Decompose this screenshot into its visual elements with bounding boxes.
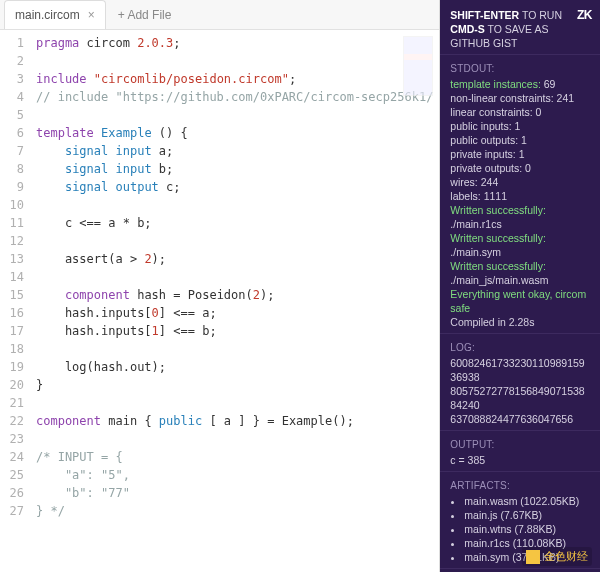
log-section: LOG: 6008246173323011098915936938 805752… <box>440 334 600 431</box>
output-value: c = 385 <box>450 453 590 467</box>
stdout-line: Written successfully: ./main.sym <box>450 231 590 259</box>
code-line[interactable]: c <== a * b; <box>36 214 433 232</box>
code-line[interactable]: assert(a > 2); <box>36 250 433 268</box>
log-line: 637088824477636047656 <box>450 412 590 426</box>
code-line[interactable]: log(hash.out); <box>36 358 433 376</box>
output-section: OUTPUT: c = 385 <box>440 431 600 472</box>
stdout-line: Written successfully: ./main.r1cs <box>450 203 590 231</box>
file-tab-label: main.circom <box>15 8 80 22</box>
output-panel: ZK SHIFT-ENTER TO RUN CMD-S TO SAVE AS G… <box>440 0 600 572</box>
stdout-line: linear constraints: 0 <box>450 105 590 119</box>
code-line[interactable] <box>36 394 433 412</box>
code-line[interactable]: hash.inputs[1] <== b; <box>36 322 433 340</box>
code-line[interactable] <box>36 106 433 124</box>
code-line[interactable] <box>36 268 433 286</box>
output-head: OUTPUT: <box>450 439 590 450</box>
code-line[interactable] <box>36 430 433 448</box>
stdout-line: non-linear constraints: 241 <box>450 91 590 105</box>
watermark-text: 金色财经 <box>544 549 588 564</box>
log-line: 6008246173323011098915936938 <box>450 356 590 384</box>
stdout-line: labels: 1111 <box>450 189 590 203</box>
artifact-item[interactable]: main.wasm (1022.05KB) <box>464 494 590 508</box>
line-gutter: 1234567891011121314151617181920212223242… <box>0 30 30 572</box>
code-line[interactable] <box>36 196 433 214</box>
minimap[interactable] <box>403 36 433 96</box>
code-line[interactable]: include "circomlib/poseidon.circom"; <box>36 70 433 88</box>
stdout-line: public inputs: 1 <box>450 119 590 133</box>
stdout-line: Everything went okay, circom safe <box>450 287 590 315</box>
code-line[interactable]: signal input a; <box>36 142 433 160</box>
code-content[interactable]: pragma circom 2.0.3; include "circomlib/… <box>30 30 439 572</box>
code-line[interactable]: } <box>36 376 433 394</box>
close-icon[interactable]: × <box>88 8 95 22</box>
stdout-line: public outputs: 1 <box>450 133 590 147</box>
code-line[interactable]: "a": "5", <box>36 466 433 484</box>
code-line[interactable]: // include "https://github.com/0xPARC/ci… <box>36 88 433 106</box>
stdout-line: wires: 244 <box>450 175 590 189</box>
code-line[interactable]: signal input b; <box>36 160 433 178</box>
stdout-line: ./main_js/main.wasm <box>450 273 590 287</box>
stdout-line: private inputs: 1 <box>450 147 590 161</box>
log-line: 8057527277815684907153884240 <box>450 384 590 412</box>
code-line[interactable] <box>36 340 433 358</box>
code-line[interactable] <box>36 232 433 250</box>
shortcut-run: SHIFT-ENTER <box>450 9 519 21</box>
watermark-icon <box>526 550 540 564</box>
code-line[interactable]: pragma circom 2.0.3; <box>36 34 433 52</box>
code-line[interactable]: template Example () { <box>36 124 433 142</box>
artifacts-head: ARTIFACTS: <box>450 480 590 491</box>
file-tab[interactable]: main.circom × <box>4 0 106 29</box>
stdout-line: Compiled in 2.28s <box>450 315 590 329</box>
code-line[interactable]: hash.inputs[0] <== a; <box>36 304 433 322</box>
editor-pane: main.circom × + Add File 123456789101112… <box>0 0 440 572</box>
code-line[interactable]: } */ <box>36 502 433 520</box>
code-line[interactable]: component main { public [ a ] } = Exampl… <box>36 412 433 430</box>
add-file-button[interactable]: + Add File <box>106 8 184 22</box>
code-line[interactable]: component hash = Poseidon(2); <box>36 286 433 304</box>
log-head: LOG: <box>450 342 590 353</box>
stdout-line: template instances: 69 <box>450 77 590 91</box>
artifact-item[interactable]: main.wtns (7.88KB) <box>464 522 590 536</box>
shortcut-save: CMD-S <box>450 23 484 35</box>
stdout-section: STDOUT: template instances: 69non-linear… <box>440 55 600 334</box>
stdout-line: Written successfully: <box>450 259 590 273</box>
zk-logo: ZK <box>577 8 592 22</box>
stdout-line: private outputs: 0 <box>450 161 590 175</box>
code-line[interactable]: signal output c; <box>36 178 433 196</box>
watermark: 金色财经 <box>522 547 592 566</box>
code-line[interactable]: "b": "77" <box>36 484 433 502</box>
stdout-head: STDOUT: <box>450 63 590 74</box>
code-line[interactable]: /* INPUT = { <box>36 448 433 466</box>
artifact-item[interactable]: main.js (7.67KB) <box>464 508 590 522</box>
code-editor[interactable]: 1234567891011121314151617181920212223242… <box>0 30 439 572</box>
code-line[interactable] <box>36 52 433 70</box>
tab-bar: main.circom × + Add File <box>0 0 439 30</box>
